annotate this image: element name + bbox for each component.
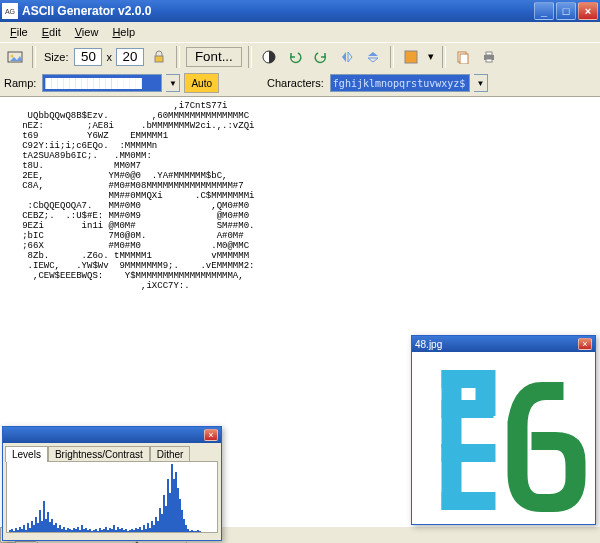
window-title: ASCII Generator v2.0.0 (22, 4, 534, 18)
size-x: x (106, 51, 112, 63)
printer-icon (482, 50, 496, 64)
print-button[interactable] (478, 46, 500, 68)
separator (248, 46, 252, 68)
menu-file[interactable]: File (4, 24, 34, 40)
levels-panel[interactable]: × Levels Brightness/Contrast Dither ▲ ○ … (2, 426, 222, 541)
auto-button[interactable]: Auto (184, 73, 219, 93)
svg-rect-15 (442, 444, 496, 462)
menu-edit[interactable]: Edit (36, 24, 67, 40)
menubar: File Edit View Help (0, 22, 600, 42)
ramp-input[interactable] (42, 74, 162, 92)
close-button[interactable]: × (578, 2, 598, 20)
gray-point-marker[interactable]: ◇ (130, 538, 144, 543)
preview-title: 48.jpg (415, 339, 578, 350)
mid-point-marker[interactable]: ○ (80, 538, 94, 543)
tab-levels[interactable]: Levels (5, 446, 48, 462)
dropdown-arrow[interactable]: ▾ (426, 46, 436, 68)
svg-rect-8 (486, 52, 492, 55)
contrast-icon (262, 50, 276, 64)
menu-view[interactable]: View (69, 24, 105, 40)
characters-dropdown[interactable]: ▼ (474, 74, 488, 92)
flip-h-icon (340, 50, 354, 64)
svg-rect-9 (486, 59, 492, 62)
histogram-markers: ▲ ○ ◇ ▲ (3, 536, 221, 543)
image-icon (7, 49, 23, 65)
lock-aspect-button[interactable] (148, 46, 170, 68)
rotate-cw-icon (314, 50, 328, 64)
copy-icon (456, 50, 470, 64)
tab-brightness-contrast[interactable]: Brightness/Contrast (48, 446, 150, 462)
rotate-ccw-button[interactable] (284, 46, 306, 68)
toolbar-ramp: Ramp: ▼ Auto Characters: ▼ (0, 70, 600, 96)
levels-close-button[interactable]: × (204, 429, 218, 441)
minimize-button[interactable]: _ (534, 2, 554, 20)
rotate-ccw-icon (288, 50, 302, 64)
width-input[interactable] (74, 48, 102, 66)
white-point-marker[interactable]: ▲ (179, 538, 193, 543)
color-square-icon (404, 50, 418, 64)
flip-h-button[interactable] (336, 46, 358, 68)
font-button[interactable]: Font... (186, 47, 242, 67)
preview-image (412, 352, 595, 524)
svg-rect-13 (442, 400, 494, 418)
svg-rect-2 (155, 56, 163, 62)
levels-titlebar[interactable]: × (3, 427, 221, 443)
svg-rect-6 (460, 54, 468, 64)
app-icon: AG (2, 3, 18, 19)
separator (32, 46, 36, 68)
separator (390, 46, 394, 68)
copy-button[interactable] (452, 46, 474, 68)
histogram-bar (199, 531, 201, 532)
ramp-label: Ramp: (4, 77, 36, 89)
flip-v-icon (366, 50, 380, 64)
levels-tabs: Levels Brightness/Contrast Dither (3, 443, 221, 461)
ascii-output[interactable]: ,i7CntS77i UQbbQQwQ8B$Ezv. ,60MMMMMMMMMM… (0, 97, 600, 295)
ramp-dropdown[interactable]: ▼ (166, 74, 180, 92)
size-label: Size: (44, 51, 68, 63)
height-input[interactable] (116, 48, 144, 66)
toolbar-main: Size: x Font... ▾ (0, 42, 600, 70)
invert-button[interactable] (258, 46, 280, 68)
preview-panel[interactable]: 48.jpg × (411, 335, 596, 525)
black-point-marker[interactable]: ▲ (31, 538, 45, 543)
separator (176, 46, 180, 68)
characters-label: Characters: (267, 77, 324, 89)
preview-titlebar[interactable]: 48.jpg × (412, 336, 595, 352)
rotate-cw-button[interactable] (310, 46, 332, 68)
histogram[interactable] (6, 461, 218, 533)
titlebar: AG ASCII Generator v2.0.0 _ □ × (0, 0, 600, 22)
flip-v-button[interactable] (362, 46, 384, 68)
lock-icon (152, 50, 166, 64)
svg-rect-16 (442, 492, 496, 510)
maximize-button[interactable]: □ (556, 2, 576, 20)
preview-logo-icon (412, 352, 595, 524)
svg-point-1 (11, 54, 14, 57)
menu-help[interactable]: Help (106, 24, 141, 40)
preview-close-button[interactable]: × (578, 338, 592, 350)
tab-dither[interactable]: Dither (150, 446, 191, 462)
svg-rect-4 (405, 51, 417, 63)
color-mode-button[interactable] (400, 46, 422, 68)
characters-input[interactable] (330, 74, 470, 92)
open-image-button[interactable] (4, 46, 26, 68)
separator (442, 46, 446, 68)
window-buttons: _ □ × (534, 2, 598, 20)
